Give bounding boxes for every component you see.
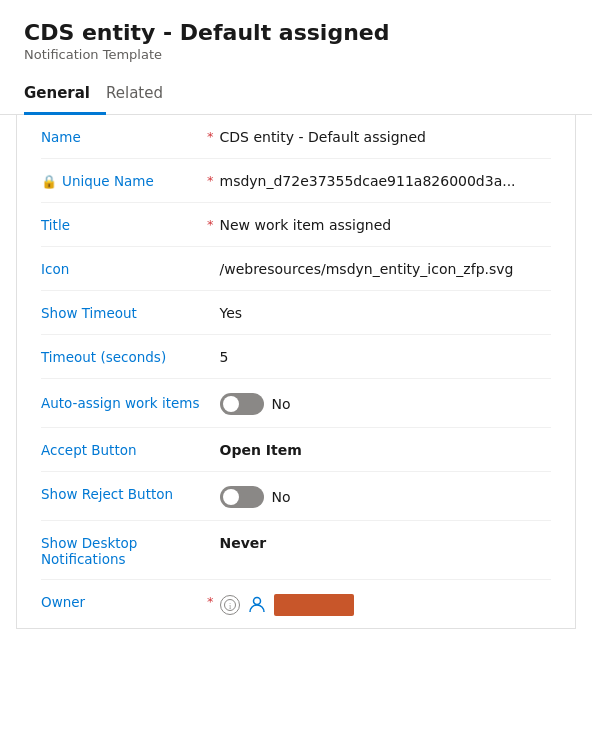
required-star-owner: * (207, 592, 214, 609)
toggle-track (220, 393, 264, 415)
field-label-owner: Owner (41, 592, 201, 610)
required-star-name: * (207, 127, 214, 144)
owner-row: i (220, 594, 552, 616)
field-label-icon: Icon (41, 259, 201, 277)
field-value-owner: i (220, 592, 552, 616)
field-value-show-reject-button: No (220, 484, 552, 508)
field-row-icon: Icon * /webresources/msdyn_entity_icon_z… (41, 247, 551, 291)
reject-toggle-thumb (223, 489, 239, 505)
tab-related[interactable]: Related (106, 74, 179, 115)
field-row-auto-assign: Auto-assign work items * No (41, 379, 551, 428)
field-row-owner: Owner * i (41, 580, 551, 628)
toggle-thumb (223, 396, 239, 412)
field-label-show-timeout: Show Timeout (41, 303, 201, 321)
field-row-title: Title * New work item assigned (41, 203, 551, 247)
owner-info-icon: i (220, 595, 240, 615)
auto-assign-toggle-label: No (272, 396, 291, 412)
field-value-accept-button: Open Item (220, 440, 552, 458)
field-label-accept-button: Accept Button (41, 440, 201, 458)
tab-general[interactable]: General (24, 74, 106, 115)
field-label-auto-assign: Auto-assign work items (41, 391, 201, 411)
show-reject-toggle-container: No (220, 486, 552, 508)
field-label-title: Title (41, 215, 201, 233)
page-header: CDS entity - Default assigned Notificati… (0, 0, 592, 62)
field-value-name: CDS entity - Default assigned (220, 127, 552, 145)
reject-toggle-track (220, 486, 264, 508)
field-value-timeout-seconds: 5 (220, 347, 552, 365)
field-value-show-desktop-notifications: Never (220, 533, 552, 551)
field-label-show-reject-button: Show Reject Button (41, 484, 201, 502)
svg-text:i: i (228, 602, 231, 611)
field-row-unique-name: 🔒 Unique Name * msdyn_d72e37355dcae911a8… (41, 159, 551, 203)
field-value-auto-assign: No (220, 391, 552, 415)
page-subtitle: Notification Template (24, 47, 568, 62)
page-title: CDS entity - Default assigned (24, 20, 568, 45)
field-label-unique-name: 🔒 Unique Name (41, 171, 201, 189)
auto-assign-toggle-container: No (220, 393, 552, 415)
tab-bar: General Related (0, 74, 592, 115)
field-value-title: New work item assigned (220, 215, 552, 233)
show-reject-toggle-label: No (272, 489, 291, 505)
field-label-name: Name (41, 127, 201, 145)
field-row-show-reject-button: Show Reject Button * No (41, 472, 551, 521)
field-row-show-timeout: Show Timeout * Yes (41, 291, 551, 335)
field-label-timeout-seconds: Timeout (seconds) (41, 347, 201, 365)
field-value-show-timeout: Yes (220, 303, 552, 321)
field-value-icon: /webresources/msdyn_entity_icon_zfp.svg (220, 259, 552, 277)
field-label-show-desktop-notifications: Show Desktop Notifications (41, 533, 201, 567)
auto-assign-toggle[interactable] (220, 393, 264, 415)
form-container: Name * CDS entity - Default assigned 🔒 U… (16, 115, 576, 629)
show-reject-toggle[interactable] (220, 486, 264, 508)
field-row-timeout-seconds: Timeout (seconds) * 5 (41, 335, 551, 379)
field-row-accept-button: Accept Button * Open Item (41, 428, 551, 472)
svg-point-2 (253, 598, 260, 605)
field-row-show-desktop-notifications: Show Desktop Notifications * Never (41, 521, 551, 580)
field-value-unique-name: msdyn_d72e37355dcae911a826000d3a... (220, 171, 552, 189)
required-star-title: * (207, 215, 214, 232)
lock-icon: 🔒 (41, 174, 57, 189)
required-star-unique-name: * (207, 171, 214, 188)
owner-person-icon (246, 594, 268, 616)
owner-name-box[interactable] (274, 594, 354, 616)
field-row-name: Name * CDS entity - Default assigned (41, 115, 551, 159)
